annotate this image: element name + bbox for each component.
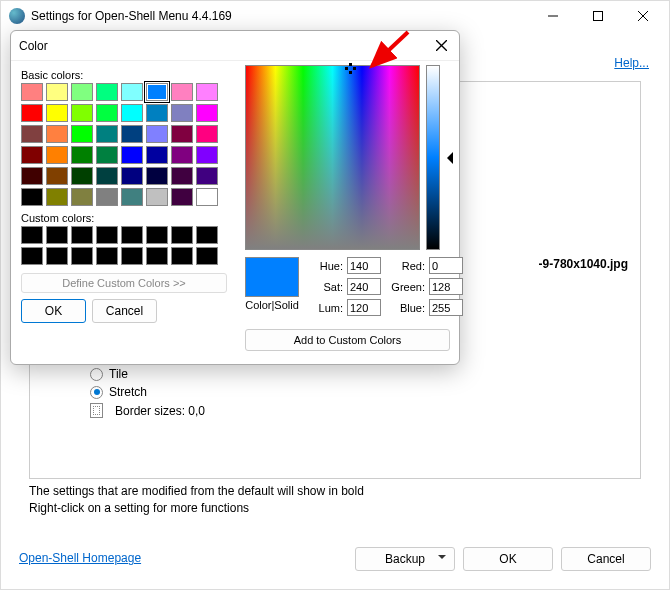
basic-color-swatch[interactable]	[196, 188, 218, 206]
ok-button[interactable]: OK	[463, 547, 553, 571]
green-input[interactable]	[429, 278, 463, 295]
custom-color-swatch[interactable]	[171, 247, 193, 265]
basic-color-swatch[interactable]	[146, 125, 168, 143]
basic-color-swatch[interactable]	[196, 146, 218, 164]
basic-color-swatch[interactable]	[96, 125, 118, 143]
radio-stretch[interactable]: Stretch	[90, 385, 205, 399]
basic-color-swatch[interactable]	[46, 83, 68, 101]
border-sizes-label: Border sizes: 0,0	[115, 404, 205, 418]
basic-color-swatch[interactable]	[146, 146, 168, 164]
luminance-strip[interactable]	[426, 65, 440, 250]
basic-color-swatch[interactable]	[171, 146, 193, 164]
basic-color-swatch[interactable]	[171, 125, 193, 143]
basic-color-swatch[interactable]	[96, 83, 118, 101]
border-sizes-row[interactable]: Border sizes: 0,0	[30, 403, 205, 418]
hue-input[interactable]	[347, 257, 381, 274]
custom-color-swatch[interactable]	[71, 226, 93, 244]
color-dialog-close-button[interactable]	[431, 36, 451, 56]
window-controls	[530, 2, 665, 30]
cancel-button[interactable]: Cancel	[561, 547, 651, 571]
define-custom-colors-button[interactable]: Define Custom Colors >>	[21, 273, 227, 293]
color-gradient-field[interactable]	[245, 65, 420, 250]
color-dialog: Color Basic colors: Custom colors: Defin…	[10, 30, 460, 365]
basic-color-swatch[interactable]	[21, 146, 43, 164]
basic-color-swatch[interactable]	[71, 125, 93, 143]
custom-color-swatch[interactable]	[171, 226, 193, 244]
custom-color-swatch[interactable]	[21, 247, 43, 265]
basic-color-swatch[interactable]	[121, 104, 143, 122]
red-input[interactable]	[429, 257, 463, 274]
sat-label: Sat:	[309, 281, 343, 293]
custom-color-swatch[interactable]	[21, 226, 43, 244]
basic-color-swatch[interactable]	[96, 167, 118, 185]
custom-color-swatch[interactable]	[96, 226, 118, 244]
basic-color-swatch[interactable]	[196, 167, 218, 185]
basic-color-swatch[interactable]	[146, 188, 168, 206]
basic-color-swatch[interactable]	[71, 167, 93, 185]
basic-color-swatch[interactable]	[46, 167, 68, 185]
basic-color-swatch[interactable]	[21, 167, 43, 185]
basic-color-swatch[interactable]	[121, 125, 143, 143]
custom-color-swatch[interactable]	[46, 226, 68, 244]
color-ok-button[interactable]: OK	[21, 299, 86, 323]
close-button[interactable]	[620, 2, 665, 30]
maximize-button[interactable]	[575, 2, 620, 30]
basic-color-swatch[interactable]	[146, 83, 168, 101]
custom-color-swatch[interactable]	[96, 247, 118, 265]
homepage-link[interactable]: Open-Shell Homepage	[19, 551, 141, 565]
basic-color-swatch[interactable]	[96, 188, 118, 206]
custom-color-swatch[interactable]	[196, 226, 218, 244]
green-label: Green:	[391, 281, 425, 293]
custom-color-swatch[interactable]	[146, 247, 168, 265]
basic-color-swatch[interactable]	[171, 167, 193, 185]
custom-color-swatch[interactable]	[46, 247, 68, 265]
radio-tile-label: Tile	[109, 367, 128, 381]
color-cancel-button[interactable]: Cancel	[92, 299, 157, 323]
basic-color-swatch[interactable]	[196, 104, 218, 122]
custom-color-swatch[interactable]	[71, 247, 93, 265]
basic-color-swatch[interactable]	[121, 83, 143, 101]
custom-color-swatch[interactable]	[121, 247, 143, 265]
basic-color-swatch[interactable]	[21, 83, 43, 101]
blue-input[interactable]	[429, 299, 463, 316]
basic-color-swatch[interactable]	[46, 104, 68, 122]
basic-color-swatch[interactable]	[196, 125, 218, 143]
custom-color-swatch[interactable]	[121, 226, 143, 244]
basic-color-swatch[interactable]	[46, 146, 68, 164]
add-to-custom-button[interactable]: Add to Custom Colors	[245, 329, 450, 351]
luminance-arrow-icon	[441, 152, 453, 164]
filename-fragment: -9-780x1040.jpg	[539, 257, 628, 271]
minimize-button[interactable]	[530, 2, 575, 30]
basic-color-swatch[interactable]	[96, 104, 118, 122]
basic-color-swatch[interactable]	[46, 188, 68, 206]
basic-color-swatch[interactable]	[171, 83, 193, 101]
basic-color-swatch[interactable]	[121, 167, 143, 185]
basic-color-swatch[interactable]	[71, 83, 93, 101]
custom-color-swatch[interactable]	[196, 247, 218, 265]
backup-button[interactable]: Backup	[355, 547, 455, 571]
basic-color-swatch[interactable]	[171, 188, 193, 206]
sat-input[interactable]	[347, 278, 381, 295]
basic-color-swatch[interactable]	[71, 104, 93, 122]
lum-input[interactable]	[347, 299, 381, 316]
basic-color-swatch[interactable]	[71, 188, 93, 206]
basic-color-swatch[interactable]	[121, 188, 143, 206]
radio-tile[interactable]: Tile	[90, 367, 205, 381]
basic-color-swatch[interactable]	[96, 146, 118, 164]
custom-color-swatch[interactable]	[146, 226, 168, 244]
basic-color-swatch[interactable]	[146, 104, 168, 122]
red-label: Red:	[391, 260, 425, 272]
basic-color-swatch[interactable]	[121, 146, 143, 164]
basic-color-swatch[interactable]	[21, 188, 43, 206]
basic-color-swatch[interactable]	[146, 167, 168, 185]
hue-label: Hue:	[309, 260, 343, 272]
basic-color-swatch[interactable]	[196, 83, 218, 101]
radio-icon	[90, 368, 103, 381]
help-link[interactable]: Help...	[614, 56, 649, 70]
basic-color-swatch[interactable]	[21, 125, 43, 143]
basic-color-swatch[interactable]	[71, 146, 93, 164]
basic-color-swatch[interactable]	[46, 125, 68, 143]
basic-color-swatch[interactable]	[171, 104, 193, 122]
color-preview	[245, 257, 299, 297]
basic-color-swatch[interactable]	[21, 104, 43, 122]
